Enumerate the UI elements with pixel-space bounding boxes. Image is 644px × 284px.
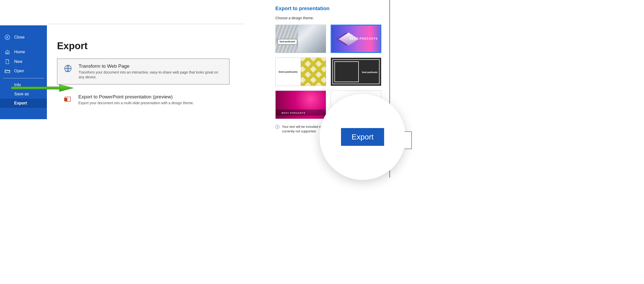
panel-subtitle: Choose a design theme. [275,16,387,20]
sidebar-item-label: New [14,59,22,64]
sidebar-item-label: Open [14,69,24,73]
export-main-area: Export Transform to Web Page Transform y… [47,25,245,119]
new-doc-icon [5,59,10,64]
theme-option-5[interactable]: BEST-PODCASTS [275,91,326,119]
option-title: Transform to Web Page [79,63,221,69]
back-arrow-icon [5,34,10,40]
option-body: Transform to Web Page Transform your doc… [79,63,221,80]
option-desc: Transform your document into an interact… [79,70,221,80]
theme-caption: best-podcasts [279,70,298,73]
panel-title: Export to presentation [275,6,387,11]
sidebar-item-export[interactable]: Export [0,99,47,108]
word-backstage: Close Home New Open Info Save [0,25,245,119]
option-desc: Export your document into a multi-slide … [78,101,194,105]
svg-marker-4 [11,84,73,92]
option-body: Export to PowerPoint presentation (previ… [78,94,194,105]
export-to-powerpoint-option[interactable]: Export to PowerPoint presentation (previ… [57,90,229,110]
sidebar-item-label: Home [14,50,25,54]
globe-icon [63,63,73,74]
info-text: Your text will be included in t currentl… [282,125,324,134]
sidebar-item-new[interactable]: New [0,57,47,66]
cancel-button-partial[interactable] [405,131,412,149]
theme-option-1[interactable]: best-podcasts [275,25,326,53]
annotation-arrow-icon [11,84,73,92]
theme-option-3[interactable]: best-podcasts [275,58,326,86]
theme-option-4[interactable]: best-podcasts [331,58,381,86]
close-label: Close [14,35,25,40]
folder-open-icon [5,69,10,73]
info-icon: i [275,125,279,129]
transform-to-web-page-option[interactable]: Transform to Web Page Transform your doc… [57,59,229,84]
sidebar-item-label: Save as [14,92,29,96]
powerpoint-icon [63,94,73,104]
export-button[interactable]: Export [341,128,384,146]
theme-caption: BEST-PODCASTS [282,112,306,114]
page-title: Export [57,41,245,51]
sidebar-divider [3,78,44,78]
option-title: Export to PowerPoint presentation (previ… [78,94,194,100]
theme-caption: BEST-PODCASTS [350,37,378,40]
theme-caption: best-podcasts [362,71,378,74]
theme-option-2[interactable]: BEST-PODCASTS [331,25,381,53]
export-button-zoom: Export [319,94,406,180]
home-icon [5,49,10,55]
backstage-sidebar: Close Home New Open Info Save [0,25,47,119]
sidebar-item-label: Export [14,101,27,105]
theme-caption: best-podcasts [278,39,297,45]
sidebar-item-home[interactable]: Home [0,47,47,57]
svg-rect-3 [64,98,67,101]
close-button[interactable]: Close [0,32,47,47]
sidebar-item-open[interactable]: Open [0,66,47,76]
